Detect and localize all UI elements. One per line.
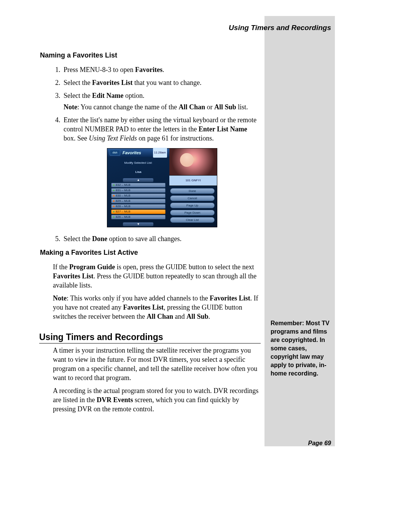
step-5: Select the Done option to save all chang…: [62, 234, 261, 243]
clock-badge: 11:28am: [153, 148, 167, 158]
clear-list-button[interactable]: Clear List: [170, 217, 215, 223]
timers-paragraph-1: A timer is your instruction telling the …: [53, 346, 261, 382]
running-header: Using Timers and Recordings: [0, 24, 335, 32]
pip-preview: [169, 149, 217, 176]
heading-using-timers: Using Timers and Recordings: [39, 332, 261, 343]
naming-steps-list: Press MENU-8-3 to open Favorites. Select…: [40, 65, 261, 243]
channel-row[interactable]: 826 – MLB: [111, 215, 166, 219]
cancel-button[interactable]: Cancel: [170, 195, 215, 201]
making-active-paragraph-1: If the Program Guide is open, press the …: [53, 262, 261, 290]
main-content: Naming a Favorites List Press MENU-8-3 t…: [40, 48, 261, 417]
scroll-down-button[interactable]: ▼: [123, 222, 153, 226]
step-2: Select the Favorites List that you want …: [62, 78, 261, 87]
step-3: Select the Edit Name option. Note: You c…: [62, 91, 261, 112]
heading-making-active: Making a Favorites List Active: [40, 248, 261, 257]
heading-naming-favorites: Naming a Favorites List: [40, 51, 261, 60]
timers-paragraph-2: A recording is the actual program stored…: [53, 386, 261, 414]
favorites-screenshot: dish Favorites 11:28am Modify Selected L…: [64, 148, 261, 227]
margin-sidebar: Remember: Most TV programs and films are…: [264, 16, 335, 446]
manual-page: Remember: Most TV programs and films are…: [0, 0, 411, 532]
page-number: Page 69: [308, 440, 335, 447]
making-active-paragraph-2: Note: This works only if you have added …: [53, 294, 261, 321]
dish-logo-icon: dish: [110, 150, 120, 156]
channel-list: 832 – MLB 831 – MLB 830 – MLB 829 – MLB …: [107, 183, 169, 222]
pip-channel-label: 101 GNFYI: [169, 176, 217, 186]
modify-selected-label: Modify Selected List: Lisa: [107, 157, 169, 177]
step-1: Press MENU-8-3 to open Favorites.: [62, 65, 261, 74]
sidebar-reminder-note: Remember: Most TV programs and films are…: [271, 319, 330, 378]
done-button[interactable]: Done: [170, 188, 215, 194]
page-down-button[interactable]: Page Down: [170, 210, 215, 216]
page-up-button[interactable]: Page Up: [170, 203, 215, 208]
screen-title: Favorites: [123, 148, 141, 157]
step-4: Enter the list's name by either using th…: [62, 115, 261, 227]
dvr-screen: dish Favorites 11:28am Modify Selected L…: [107, 148, 217, 227]
